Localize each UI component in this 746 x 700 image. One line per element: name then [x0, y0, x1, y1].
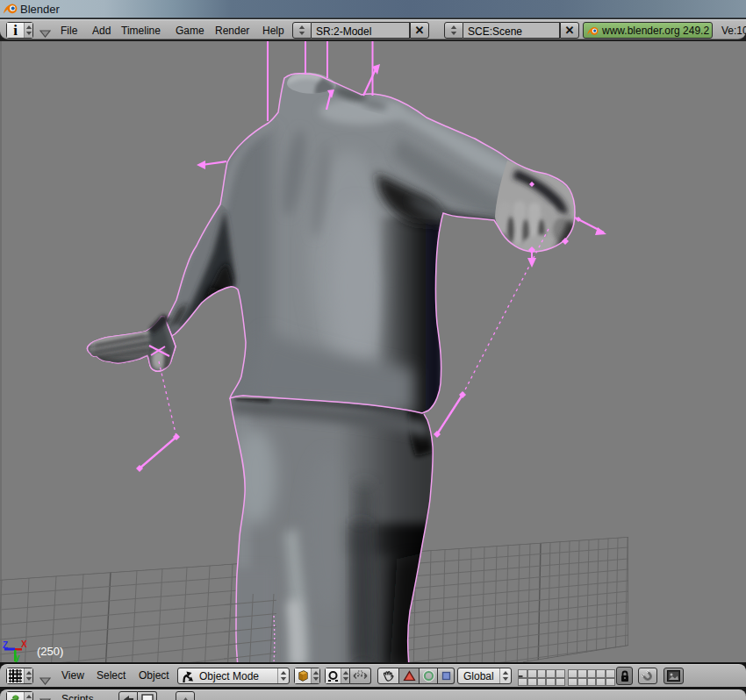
svg-text:y: y [15, 653, 20, 662]
svg-text:X: X [21, 639, 27, 649]
svg-text:(250): (250) [37, 645, 63, 658]
